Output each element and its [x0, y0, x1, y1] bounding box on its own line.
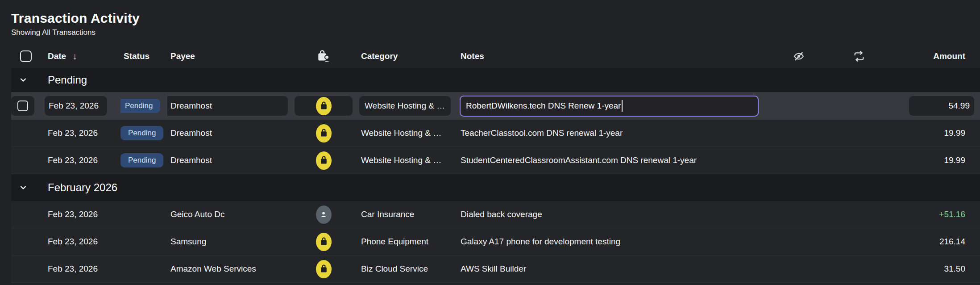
column-header-recurring [826, 50, 893, 63]
category-cell: Website Hosting & … [355, 128, 457, 138]
row-checkbox[interactable] [11, 96, 34, 116]
person-icon [316, 205, 332, 224]
payee-field[interactable]: Dreamhost [167, 96, 288, 116]
date-cell: Feb 23, 2026 [42, 128, 120, 138]
table-header-row: Date ↓ Status Payee Category Notes [11, 45, 980, 68]
transaction-row[interactable]: Feb 23, 2026 Amazon Web Services Biz Clo… [11, 256, 980, 283]
section-header-february-2026[interactable]: February 2026 [11, 174, 980, 201]
column-header-amount: Amount [893, 51, 980, 61]
payee-cell: Samsung [167, 237, 292, 247]
transaction-row[interactable]: Feb 23, 2026 Pending Dreamhost [11, 92, 980, 120]
repeat-icon [853, 50, 865, 63]
payee-cell: Amazon Web Services [167, 264, 292, 274]
transaction-row[interactable]: Feb 23, 2026 Samsung Phone Equipment Gal… [11, 228, 980, 256]
transaction-row[interactable]: Feb 23, 2026 Pending Dreamhost Website H… [11, 147, 980, 174]
date-cell: Feb 23, 2026 [42, 210, 120, 219]
amount-cell: 216.14 [893, 237, 980, 247]
category-cell: Website Hosting & … [355, 155, 457, 165]
page-title: Transaction Activity [11, 11, 980, 26]
amount-cell: 19.99 [893, 155, 980, 165]
section-label: February 2026 [42, 181, 980, 194]
transaction-row[interactable]: Feb 23, 2026 Geico Auto Dc Car Insurance… [11, 201, 980, 228]
sort-desc-icon[interactable]: ↓ [72, 51, 77, 62]
category-cell: Phone Equipment [355, 237, 457, 247]
merchant-icon-field[interactable] [295, 96, 353, 116]
payee-cell: Dreamhost [167, 155, 292, 165]
category-field[interactable]: Website Hosting & … [359, 96, 451, 116]
shopping-bag-icon [316, 260, 332, 278]
shopping-bag-icon [316, 233, 332, 251]
notes-cell: Dialed back coverage [457, 210, 772, 219]
column-header-category: Category [355, 51, 457, 61]
notes-input[interactable]: RobertDWilkens.tech DNS Renew 1-year [460, 96, 759, 117]
header-checkbox-cell [11, 50, 42, 62]
status-badge: Pending [120, 99, 160, 113]
date-cell: Feb 23, 2026 [42, 155, 120, 165]
notes-cell: TeacherClasstool.com DNS renewal 1-year [457, 128, 772, 138]
status-badge: Pending [120, 126, 163, 140]
shopping-bag-icon [316, 124, 332, 142]
chevron-down-icon[interactable] [11, 183, 42, 192]
category-cell: Car Insurance [355, 210, 457, 219]
amount-cell: +51.16 [893, 210, 980, 219]
text-caret [622, 100, 623, 112]
select-all-checkbox[interactable] [20, 50, 32, 62]
section-label: Pending [42, 74, 980, 86]
amount-field[interactable]: 54.99 [909, 96, 974, 116]
shopping-bag-icon [316, 97, 332, 115]
column-header-hidden [772, 50, 826, 63]
shopping-bag-icon [316, 151, 332, 170]
status-badge: Pending [120, 153, 163, 168]
date-header-label: Date [48, 51, 66, 61]
title-block: Transaction Activity Showing All Transac… [0, 0, 980, 45]
amount-cell: 31.50 [893, 264, 980, 274]
notes-cell: StudentCenteredClassroomAssistant.com DN… [457, 155, 772, 165]
column-header-payee: Payee [167, 51, 292, 61]
date-field[interactable]: Feb 23, 2026 [45, 96, 107, 116]
bag-person-icon [316, 49, 331, 63]
date-cell: Feb 23, 2026 [42, 237, 120, 247]
category-cell: Biz Cloud Service [355, 264, 457, 274]
payee-cell: Dreamhost [167, 128, 292, 138]
column-header-date[interactable]: Date ↓ [42, 51, 120, 62]
amount-cell: 19.99 [893, 128, 980, 138]
page-subtitle: Showing All Transactions [11, 28, 980, 37]
notes-cell: AWS Skill Builder [457, 264, 772, 274]
chevron-down-icon[interactable] [11, 75, 42, 84]
column-header-notes: Notes [457, 51, 772, 61]
payee-cell: Geico Auto Dc [167, 210, 292, 219]
column-header-status: Status [120, 51, 167, 61]
notes-cell: Galaxy A17 phone for development testing [457, 237, 772, 247]
eye-slash-icon [793, 50, 805, 63]
row-checkbox-cell [11, 96, 42, 116]
transaction-row[interactable]: Feb 23, 2026 Pending Dreamhost Website H… [11, 120, 980, 147]
transaction-activity-page: Transaction Activity Showing All Transac… [0, 0, 980, 285]
column-header-merchant [292, 49, 355, 63]
section-header-pending[interactable]: Pending [11, 68, 980, 92]
date-cell: Feb 23, 2026 [42, 264, 120, 274]
